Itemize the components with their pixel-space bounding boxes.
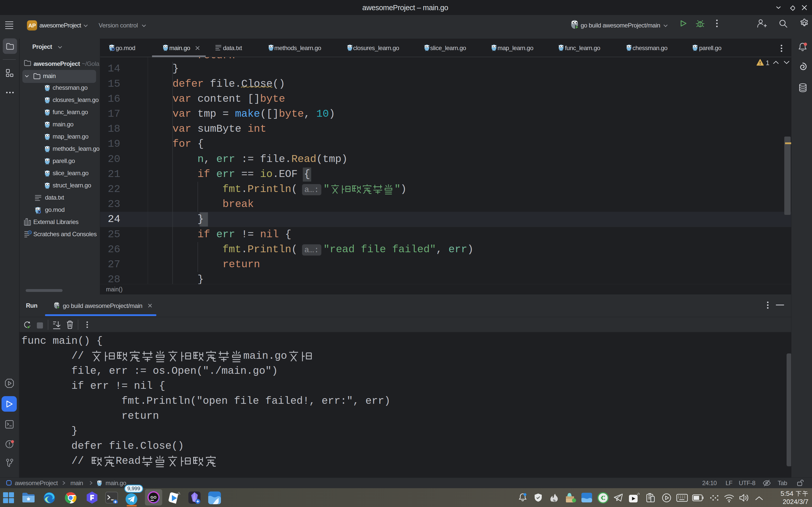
svg-text:GO: GO bbox=[151, 495, 157, 499]
